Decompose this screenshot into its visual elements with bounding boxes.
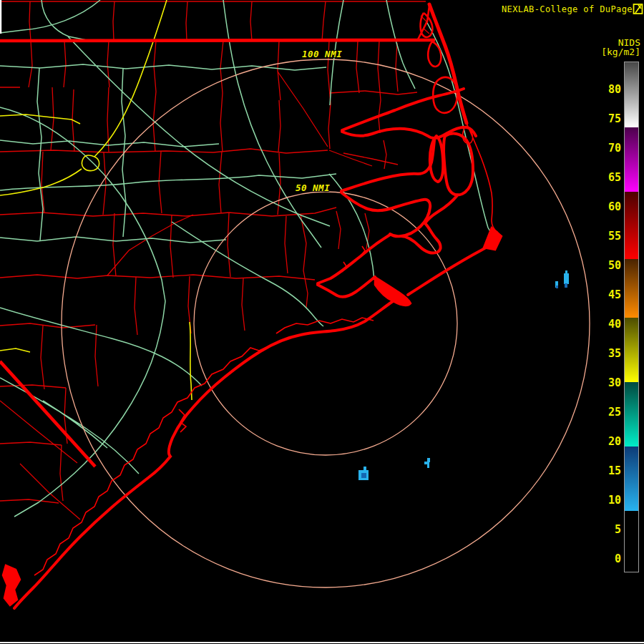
currituck-shore [417, 6, 441, 67]
site-title: NEXLAB-College of DuPage [0, 4, 633, 14]
colorbar-tick-label: 35 [590, 347, 621, 360]
range-rings [62, 59, 590, 587]
colorbar-tick-label: 50 [590, 259, 621, 272]
core-banks [408, 242, 494, 295]
colorbar-tick-label: 20 [590, 435, 621, 448]
colorbar-tick-label: 80 [590, 83, 621, 96]
inner-waterway [34, 345, 272, 575]
colorbar-tick-label: 40 [590, 318, 621, 331]
scale-heading: NIDS [kg/m2] [429, 38, 640, 57]
colorbar-tick-label: 75 [590, 112, 621, 125]
cod-logo-icon [633, 3, 643, 16]
precip-echo-cell [556, 286, 558, 288]
radar-map [0, 0, 644, 644]
pamlico-river [341, 140, 434, 236]
ring-100nmi [62, 59, 590, 587]
precip-echo-cell [427, 464, 429, 468]
precip-echo-cell [364, 467, 366, 470]
precip-echo-cell [361, 473, 366, 478]
colorbar-tick-label: 65 [590, 171, 621, 184]
colorbar [624, 62, 639, 572]
radar-viewer: 100 NMI 50 NMI NEXLAB-College of DuPage … [0, 0, 644, 644]
colorbar-tick-label: 5 [590, 523, 621, 536]
colorbar-tick-label: 15 [590, 464, 621, 477]
bogue-sound-shore [179, 246, 374, 432]
county-boundaries [0, 1, 429, 519]
cape-point [484, 228, 502, 250]
scale-units: [kg/m2] [429, 47, 640, 57]
ring-50nmi [194, 192, 457, 455]
ring-label-100nmi: 100 NMI [302, 49, 342, 59]
colorbar-tick-label: 10 [590, 494, 621, 507]
road-network [0, 0, 494, 517]
bottom-divider [0, 642, 644, 643]
cape-fear-inlet [3, 565, 20, 605]
precip-echo-cell [565, 283, 567, 288]
nc-sc-border [0, 361, 95, 467]
hatteras-island [463, 123, 498, 233]
precip-echo-cell [565, 270, 567, 274]
colorbar-tick-label: 70 [590, 142, 621, 155]
colorbar-tick-label: 60 [590, 200, 621, 213]
colorbar-tick-label: 25 [590, 406, 621, 419]
colorbar-tick-label: 45 [590, 288, 621, 301]
precip-echo-cell [564, 273, 569, 284]
colorbar-tick-label: 0 [590, 552, 621, 565]
colorbar-tick-label: 55 [590, 230, 621, 243]
ring-label-50nmi: 50 NMI [296, 182, 330, 193]
colorbar-tick-label: 30 [590, 376, 621, 389]
va-nc-border [0, 40, 435, 41]
